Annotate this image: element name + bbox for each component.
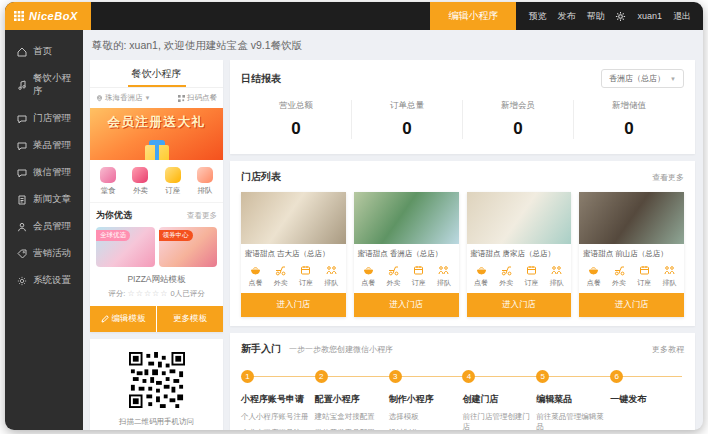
enter-store-button[interactable]: 进入门店 [467, 293, 572, 317]
step-link[interactable]: 前往菜品管理编辑菜品 [536, 412, 610, 430]
logo: NiceBoX [5, 2, 91, 30]
step-link[interactable]: 前往门店管理创建门店 [462, 412, 536, 430]
sidebar-item-label: 门店管理 [33, 112, 71, 125]
tab-restaurant-miniprogram[interactable]: 餐饮小程序 [90, 60, 223, 88]
home-icon [17, 47, 27, 57]
store-photo [241, 192, 346, 244]
store-name: 蜜语甜点 香洲店（总店） [354, 244, 459, 262]
rating-label: 评分: [108, 289, 125, 298]
store-action-label: 排队 [437, 278, 451, 288]
store-action-queue[interactable]: 排队 [324, 265, 338, 288]
store-card: 蜜语甜点 吉大店（总店） 点餐 外卖 [241, 192, 346, 317]
step-link[interactable]: 个人小程序账号注册 [241, 412, 315, 422]
store-list-more-link[interactable]: 查看更多 [652, 172, 684, 183]
scan-order-link[interactable]: 扫码点餐 [178, 93, 217, 103]
enter-store-button[interactable]: 进入门店 [241, 293, 346, 317]
guide-step-4: 4 创建门店 前往门店管理创建门店 [462, 370, 536, 430]
store-action-queue[interactable]: 排队 [437, 265, 451, 288]
sidebar-item-members[interactable]: 会员管理 [5, 213, 83, 240]
bowl-icon [476, 265, 487, 276]
metric-label: 营业总额 [241, 100, 351, 112]
sidebar-item-miniprogram[interactable]: 餐饮小程序 [5, 65, 83, 105]
step-link[interactable]: 建站宝盒对接配置 [315, 412, 389, 422]
queue-people-icon [326, 265, 337, 276]
quick-action-dine-in[interactable]: 堂食 [100, 167, 116, 196]
store-action-takeout[interactable]: 外卖 [387, 265, 401, 288]
store-action-label: 排队 [662, 278, 676, 288]
store-action-order[interactable]: 点餐 [587, 265, 601, 288]
store-action-reserve[interactable]: 订座 [637, 265, 651, 288]
sidebar-item-label: 系统设置 [33, 274, 71, 287]
chat-bubble-icon [17, 114, 27, 124]
quick-action-reserve[interactable]: 订座 [165, 167, 181, 196]
store-action-label: 排队 [324, 278, 338, 288]
metric-label: 订单总量 [352, 100, 462, 112]
store-action-takeout[interactable]: 外卖 [274, 265, 288, 288]
gear-icon[interactable] [615, 11, 626, 22]
sidebar-item-home[interactable]: 首页 [5, 38, 83, 65]
step-title: 配置小程序 [315, 393, 389, 406]
store-action-label: 外卖 [387, 278, 401, 288]
guide-more-link[interactable]: 更多教程 [652, 344, 684, 355]
store-photo [354, 192, 459, 244]
step-number-badge: 4 [462, 370, 475, 383]
store-action-label: 订座 [299, 278, 313, 288]
promo-banner[interactable]: 会员注册送大礼 [90, 108, 223, 160]
enter-store-button[interactable]: 进入门店 [579, 293, 684, 317]
store-action-queue[interactable]: 排队 [550, 265, 564, 288]
menu-preview[interactable]: 预览 [528, 10, 546, 23]
store-action-label: 订座 [637, 278, 651, 288]
edit-miniprogram-button[interactable]: 编辑小程序 [430, 2, 516, 30]
store-action-order[interactable]: 点餐 [249, 265, 263, 288]
store-location-dropdown[interactable]: 珠海香洲店 ▼ [96, 93, 150, 103]
quick-action-takeout[interactable]: 外卖 [132, 167, 148, 196]
menu-publish[interactable]: 发布 [557, 10, 575, 23]
store-action-reserve[interactable]: 订座 [299, 265, 313, 288]
topbar-menu: 预览 发布 帮助 xuan1 退出 [516, 2, 703, 30]
metric-value: 0 [352, 119, 462, 139]
store-photo [467, 192, 572, 244]
recommend-image-1[interactable]: 全球优选 [96, 227, 155, 267]
store-photo [579, 192, 684, 244]
store-name: 蜜语甜点 前山店（总店） [579, 244, 684, 262]
step-link[interactable]: 微信开发工具配置 [315, 428, 389, 430]
dine-in-icon [100, 167, 116, 183]
step-link[interactable]: 选择模板 [389, 412, 463, 422]
quick-action-queue[interactable]: 排队 [197, 167, 213, 196]
sidebar-item-marketing[interactable]: 营销活动 [5, 240, 83, 267]
store-name: 蜜语甜点 吉大店（总店） [241, 244, 346, 262]
step-link[interactable]: 企业小程序账号注册、认证 [241, 428, 315, 430]
enter-store-button[interactable]: 进入门店 [354, 293, 459, 317]
recommend-more-link[interactable]: 查看更多 [187, 211, 217, 221]
edit-template-button[interactable]: 编辑模板 [90, 306, 156, 332]
bowl-icon [250, 265, 261, 276]
qr-card: 扫描二维码用手机访问 [90, 339, 223, 430]
sidebar-item-settings[interactable]: 系统设置 [5, 267, 83, 294]
store-action-queue[interactable]: 排队 [662, 265, 676, 288]
sidebar-item-news[interactable]: 新闻文章 [5, 186, 83, 213]
sidebar-item-wechat[interactable]: 微信管理 [5, 159, 83, 186]
report-store-select[interactable]: 香洲店（总店） ▼ [601, 69, 684, 88]
store-action-takeout[interactable]: 外卖 [499, 265, 513, 288]
recommend-image-2[interactable]: 领券中心 [159, 227, 218, 267]
store-action-order[interactable]: 点餐 [361, 265, 375, 288]
store-card: 蜜语甜点 香洲店（总店） 点餐 外卖 [354, 192, 459, 317]
menu-help[interactable]: 帮助 [586, 10, 604, 23]
sidebar-item-dishes[interactable]: 菜品管理 [5, 132, 83, 159]
reserve-seat-icon [526, 265, 537, 276]
logout-link[interactable]: 退出 [673, 10, 691, 23]
metric-value: 0 [463, 119, 573, 139]
store-action-reserve[interactable]: 订座 [412, 265, 426, 288]
store-action-takeout[interactable]: 外卖 [612, 265, 626, 288]
store-action-label: 订座 [524, 278, 538, 288]
store-action-reserve[interactable]: 订座 [524, 265, 538, 288]
more-templates-button[interactable]: 更多模板 [157, 306, 223, 332]
username[interactable]: xuan1 [637, 11, 662, 21]
guide-step-6: 6 一键发布 [610, 370, 684, 430]
sidebar-item-stores[interactable]: 门店管理 [5, 105, 83, 132]
step-number-badge: 2 [315, 370, 328, 383]
recommend-tag: 领券中心 [159, 230, 193, 241]
step-link[interactable]: 设计制作 [389, 428, 463, 430]
store-action-order[interactable]: 点餐 [474, 265, 488, 288]
reserve-seat-icon [300, 265, 311, 276]
